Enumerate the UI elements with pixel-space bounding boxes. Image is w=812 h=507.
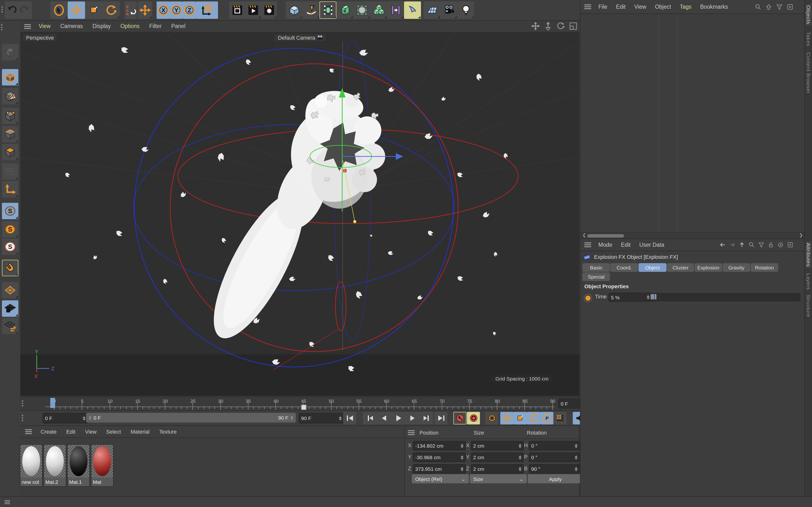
- axis-mode-button[interactable]: [2, 181, 18, 198]
- viewport-menu-display[interactable]: Display: [88, 21, 115, 32]
- scale-tool-button[interactable]: [85, 1, 102, 19]
- scroll-right-icon[interactable]: ❯: [799, 233, 803, 237]
- filter-icon[interactable]: [758, 241, 765, 248]
- tab-gravity[interactable]: Gravity: [723, 263, 750, 272]
- keyframe-dot-icon[interactable]: [585, 294, 592, 302]
- object-manager-menu-icon[interactable]: [585, 4, 591, 9]
- viewport-3d-scene[interactable]: [20, 32, 579, 396]
- play-button[interactable]: [391, 412, 405, 425]
- workplane-lock-button[interactable]: [2, 300, 18, 317]
- attribute-menu-icon[interactable]: [585, 242, 591, 247]
- rotation-P-field[interactable]: 0 °: [529, 452, 580, 462]
- autokey-button[interactable]: [467, 412, 480, 425]
- axis-y-button[interactable]: Y: [170, 1, 183, 19]
- side-tab-structure[interactable]: Structure: [806, 294, 812, 317]
- position-mode-dropdown[interactable]: Object (Rel)⌄: [412, 474, 469, 483]
- apply-button[interactable]: Apply: [528, 474, 583, 483]
- timeline-ruler[interactable]: 0510152025303540455055606570758085900 F: [20, 396, 579, 411]
- material-menu-material[interactable]: Material: [126, 426, 154, 437]
- om-menu-bookmarks[interactable]: Bookmarks: [696, 1, 732, 12]
- move-alt-button[interactable]: [138, 1, 152, 19]
- record-keyframe-button[interactable]: [453, 412, 466, 425]
- size-Y-field[interactable]: 2 cm: [471, 452, 524, 462]
- position-X-field[interactable]: -134.802 cm: [413, 441, 466, 451]
- material-new-col[interactable]: new col: [20, 444, 43, 487]
- snap-off-button[interactable]: S: [2, 203, 18, 219]
- rotation-B-field[interactable]: 90 °: [529, 464, 580, 474]
- om-menu-edit[interactable]: Edit: [612, 1, 630, 12]
- key-pla-button[interactable]: [554, 412, 566, 425]
- record-icon[interactable]: [777, 241, 784, 248]
- scrollbar-thumb[interactable]: [587, 234, 624, 237]
- size-Z-field[interactable]: 2 cm: [471, 464, 524, 474]
- om-menu-file[interactable]: File: [594, 1, 612, 12]
- time-slider[interactable]: [650, 293, 800, 301]
- side-tab-takes[interactable]: Takes: [806, 32, 812, 46]
- key-parameter-button[interactable]: P: [540, 412, 553, 425]
- side-tab-content-browser[interactable]: Content Browser: [806, 52, 812, 94]
- snap-on-button[interactable]: S: [2, 221, 18, 237]
- point-mode-button[interactable]: [2, 108, 18, 124]
- symmetry-button[interactable]: [387, 1, 404, 19]
- render-view-button[interactable]: [229, 1, 245, 19]
- material-menu-texture[interactable]: Texture: [154, 426, 182, 437]
- bend-deformer-button[interactable]: [404, 1, 421, 19]
- search-icon[interactable]: [748, 241, 755, 248]
- material-mat[interactable]: Mat: [91, 444, 114, 487]
- viewport-menu-view[interactable]: View: [34, 21, 55, 32]
- key-rotation-button[interactable]: [527, 412, 540, 425]
- search-icon[interactable]: [755, 3, 762, 10]
- pen-spline-button[interactable]: [303, 1, 319, 19]
- material-mat-1[interactable]: Mat.1: [67, 444, 90, 487]
- mode-toolbar-drag-handle[interactable]: [0, 24, 3, 32]
- timeline-drag-handle[interactable]: [21, 400, 24, 407]
- view-type-label[interactable]: Perspective: [23, 34, 57, 41]
- goto-end-button[interactable]: [435, 412, 448, 425]
- polygon-mode-button[interactable]: [2, 144, 18, 160]
- key-scale-button[interactable]: [513, 412, 527, 425]
- tab-object[interactable]: Object: [639, 263, 666, 272]
- undo-button[interactable]: [5, 1, 18, 19]
- key-position-button[interactable]: [500, 412, 513, 425]
- om-menu-view[interactable]: View: [630, 1, 651, 12]
- camera-button[interactable]: [440, 1, 457, 19]
- timeline-marker[interactable]: [301, 405, 307, 410]
- material-menu-view[interactable]: View: [80, 426, 101, 437]
- axis-z-button[interactable]: Z: [183, 1, 196, 19]
- render-settings-button[interactable]: [261, 1, 277, 19]
- redo-button[interactable]: [18, 1, 32, 19]
- tab-basic[interactable]: Basic: [582, 263, 610, 272]
- side-tab-objects[interactable]: Objects: [806, 4, 812, 25]
- status-menu-icon[interactable]: [5, 500, 10, 504]
- viewport-menu-icon[interactable]: [24, 24, 31, 29]
- size-mode-dropdown[interactable]: Size⌄: [470, 474, 527, 483]
- edge-mode-button[interactable]: [2, 126, 18, 143]
- rotate-view-icon[interactable]: [556, 22, 565, 31]
- goto-start-button[interactable]: [343, 412, 356, 425]
- position-Z-field[interactable]: 373.951 cm: [413, 464, 466, 474]
- tab-cluster[interactable]: Cluster: [667, 263, 694, 272]
- time-slider-handle[interactable]: [651, 294, 654, 299]
- model-mode-button[interactable]: [2, 69, 18, 86]
- cube-primitive-button[interactable]: [286, 1, 303, 19]
- axis-x-button[interactable]: X: [157, 1, 170, 19]
- subdivision-surface-button[interactable]: [319, 1, 337, 19]
- attr-menu-mode[interactable]: Mode: [594, 239, 617, 250]
- floor-button[interactable]: [423, 1, 440, 19]
- coordinates-menu-icon[interactable]: [408, 430, 415, 435]
- texture-mode-button[interactable]: [2, 88, 18, 104]
- next-key-button[interactable]: [419, 412, 433, 425]
- snap-3d-button[interactable]: S: [2, 238, 18, 255]
- add-icon[interactable]: [786, 3, 794, 10]
- render-picture-viewer-button[interactable]: [245, 1, 261, 19]
- dolly-view-icon[interactable]: [544, 22, 552, 31]
- add-icon[interactable]: [787, 241, 794, 248]
- rotate-tool-button[interactable]: [102, 1, 120, 19]
- tab-coord[interactable]: Coord.: [610, 263, 638, 272]
- attr-menu-edit[interactable]: Edit: [617, 239, 635, 250]
- up-arrow-icon[interactable]: [765, 3, 772, 10]
- material-mat-2[interactable]: Mat.2: [44, 444, 66, 487]
- prev-key-button[interactable]: [363, 412, 377, 425]
- side-tab-attributes[interactable]: Attributes: [806, 241, 812, 268]
- om-menu-object[interactable]: Object: [651, 1, 675, 12]
